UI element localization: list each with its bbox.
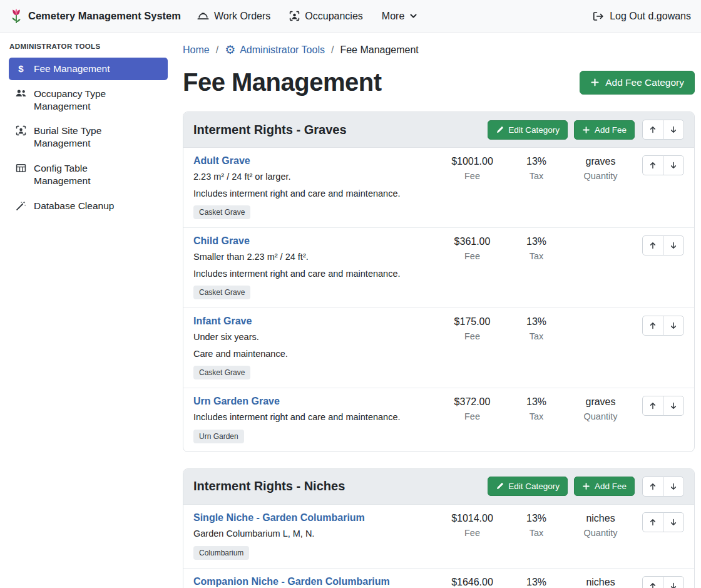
fee-row: Infant Grave Under six years. Care and m… [183, 307, 694, 388]
breadcrumb-admin-tools-link[interactable]: ⚙ Administrator Tools [225, 44, 325, 56]
fee-reorder-group [642, 396, 684, 416]
tax-label: Tax [505, 411, 568, 421]
fee-quantity-col: graves Quantity [568, 155, 633, 181]
nav-item-work-orders[interactable]: Work Orders [197, 11, 270, 22]
fee-name-link[interactable]: Child Grave [193, 235, 250, 247]
add-fee-category-button[interactable]: Add Fee Category [580, 71, 695, 95]
logout-label: Log Out d.gowans [610, 11, 691, 22]
page-title: Fee Management [183, 68, 382, 96]
fee-type-badge: Urn Garden [193, 430, 244, 443]
edit-category-button[interactable]: Edit Category [488, 477, 568, 496]
move-category-up-button[interactable] [642, 120, 663, 140]
sidebar-item-database-cleanup[interactable]: Database Cleanup [9, 195, 168, 217]
quantity-label: Quantity [568, 171, 633, 181]
fee-name-link[interactable]: Infant Grave [193, 316, 252, 327]
fee-name-link[interactable]: Urn Garden Grave [193, 396, 280, 407]
move-category-down-button[interactable] [663, 477, 684, 497]
arrow-up-icon [648, 582, 657, 588]
breadcrumb-home-link[interactable]: Home [183, 44, 210, 56]
fee-reorder-group [642, 512, 684, 532]
move-fee-down-button[interactable] [663, 235, 684, 255]
category-title: Interment Rights - Graves [193, 123, 481, 137]
edit-category-button[interactable]: Edit Category [488, 120, 568, 140]
fee-quantity-col: niches Quantity [568, 576, 633, 588]
move-fee-up-button[interactable] [642, 396, 663, 416]
quantity-value: niches [568, 577, 633, 588]
move-fee-down-button[interactable] [663, 316, 684, 336]
fee-amount-col: $361.00 Fee [439, 235, 505, 261]
page-header: Fee Management Add Fee Category [183, 68, 695, 96]
tax-label: Tax [505, 331, 568, 341]
top-navbar: Cemetery Management System Work Orders O… [0, 0, 701, 33]
arrow-up-icon [648, 241, 657, 250]
arrow-down-icon [669, 321, 678, 330]
chevron-down-icon [409, 12, 417, 20]
fee-category-card: Interment Rights - Graves Edit Category … [183, 111, 695, 452]
fee-tax-col: 13% Tax [505, 155, 568, 181]
fee-description: Garden Columbarium L, M, N. [193, 528, 433, 540]
fee-description: 2.23 m² / 24 ft² or larger. [193, 171, 433, 183]
move-fee-down-button[interactable] [663, 512, 684, 532]
move-fee-up-button[interactable] [642, 576, 663, 588]
fee-name-link[interactable]: Companion Niche - Garden Columbarium [193, 576, 390, 587]
arrow-down-icon [669, 241, 678, 250]
sidebar-item-burial-site-type-management[interactable]: Burial Site Type Management [9, 120, 168, 155]
breadcrumb: Home / ⚙ Administrator Tools / Fee Manag… [183, 44, 695, 56]
arrow-down-icon [669, 582, 678, 588]
fee-label: Fee [439, 528, 505, 538]
move-fee-down-button[interactable] [663, 576, 684, 588]
main-content: Home / ⚙ Administrator Tools / Fee Manag… [175, 33, 701, 588]
fee-tax-col: 13% Tax [505, 235, 568, 261]
sidebar-item-occupancy-type-management[interactable]: Occupancy Type Management [9, 83, 168, 118]
move-fee-up-button[interactable] [642, 316, 663, 336]
fee-name-link[interactable]: Single Niche - Garden Columbarium [193, 512, 365, 524]
move-category-up-button[interactable] [642, 477, 663, 497]
fee-label: Fee [439, 411, 505, 421]
fee-amount-col: $175.00 Fee [439, 316, 505, 341]
arrow-up-icon [648, 321, 657, 330]
fee-tax-col: 13% Tax [505, 316, 568, 341]
tax-value: 13% [505, 396, 568, 408]
tax-label: Tax [505, 251, 568, 261]
fee-description: Under six years. [193, 331, 433, 344]
move-fee-up-button[interactable] [642, 155, 663, 175]
fee-amount: $1014.00 [439, 513, 505, 524]
fee-row: Single Niche - Garden Columbarium Garden… [183, 505, 694, 568]
tax-label: Tax [505, 528, 568, 538]
tax-value: 13% [505, 577, 568, 588]
sidebar-item-fee-management[interactable]: $ Fee Management [9, 58, 168, 80]
sidebar-item-config-table-management[interactable]: Config Table Management [9, 157, 168, 192]
tax-value: 13% [505, 316, 568, 328]
fee-amount: $372.00 [439, 396, 505, 408]
app-brand[interactable]: Cemetery Management System [10, 9, 181, 24]
sidebar-item-label: Config Table Management [34, 162, 146, 187]
nav-item-label: Work Orders [214, 11, 270, 22]
move-category-down-button[interactable] [663, 120, 684, 140]
plus-icon [582, 126, 590, 134]
nav-item-more[interactable]: More [382, 11, 417, 22]
logout-button[interactable]: Log Out d.gowans [592, 11, 691, 22]
app-brand-label: Cemetery Management System [28, 10, 181, 22]
fee-name-link[interactable]: Adult Grave [193, 155, 250, 167]
move-fee-up-button[interactable] [642, 235, 663, 255]
fee-reorder-group [642, 316, 684, 336]
sidebar-header: ADMINISTRATOR TOOLS [9, 43, 168, 50]
move-fee-down-button[interactable] [663, 155, 684, 175]
fee-reorder-group [642, 576, 684, 588]
sidebar-item-label: Occupancy Type Management [34, 88, 146, 113]
wand-icon [15, 200, 27, 211]
fee-row: Companion Niche - Garden Columbarium Gar… [183, 568, 694, 588]
add-fee-button[interactable]: Add Fee [574, 120, 635, 140]
fee-label: Fee [439, 331, 505, 341]
logout-icon [592, 11, 604, 21]
fee-label: Fee [439, 171, 505, 181]
fee-description: Smaller than 2.23 m² / 24 ft². [193, 251, 433, 264]
nav-item-occupancies[interactable]: Occupancies [289, 11, 363, 22]
move-fee-down-button[interactable] [663, 396, 684, 416]
move-fee-up-button[interactable] [642, 512, 663, 532]
add-fee-button[interactable]: Add Fee [574, 477, 635, 496]
plus-icon [590, 78, 600, 87]
fee-reorder-group [642, 155, 684, 175]
table-icon [15, 163, 27, 173]
category-header: Interment Rights - Graves Edit Category … [183, 112, 694, 148]
